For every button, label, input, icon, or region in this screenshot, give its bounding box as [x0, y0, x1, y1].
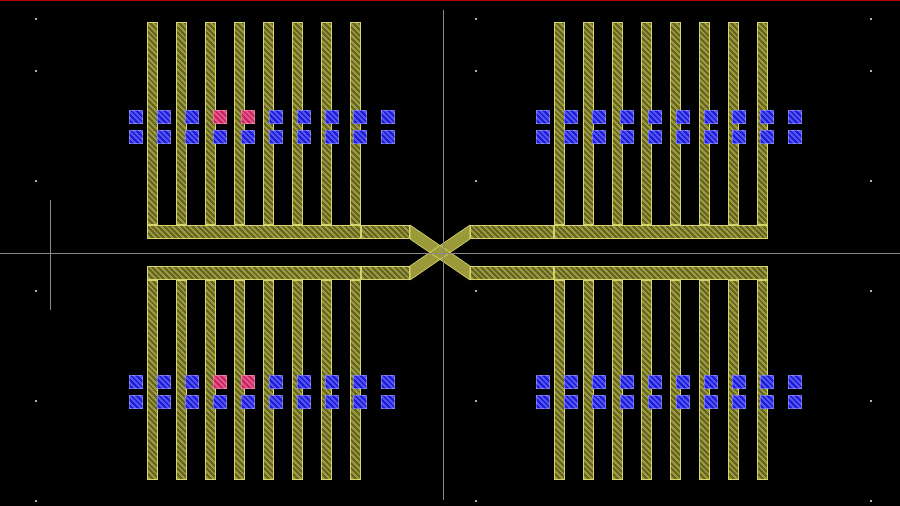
grid-vline [50, 200, 51, 310]
grid-dot [35, 500, 37, 502]
grid-dot [870, 70, 872, 72]
layout-canvas[interactable] [0, 0, 900, 506]
grid-hline [0, 253, 900, 254]
grid-dot [35, 18, 37, 20]
grid-dot [35, 70, 37, 72]
grid-dot [475, 18, 477, 20]
grid-dot [870, 18, 872, 20]
grid-dot [870, 400, 872, 402]
grid-vline [443, 10, 444, 500]
grid-dot [475, 500, 477, 502]
grid-dot [35, 290, 37, 292]
grid-dot [475, 70, 477, 72]
grid-dot [870, 290, 872, 292]
grid-dot [870, 180, 872, 182]
grid-dot [475, 180, 477, 182]
grid-dot [475, 290, 477, 292]
grid-dot [475, 400, 477, 402]
grid-dot [35, 180, 37, 182]
grid-dot [870, 500, 872, 502]
grid-dot [35, 400, 37, 402]
